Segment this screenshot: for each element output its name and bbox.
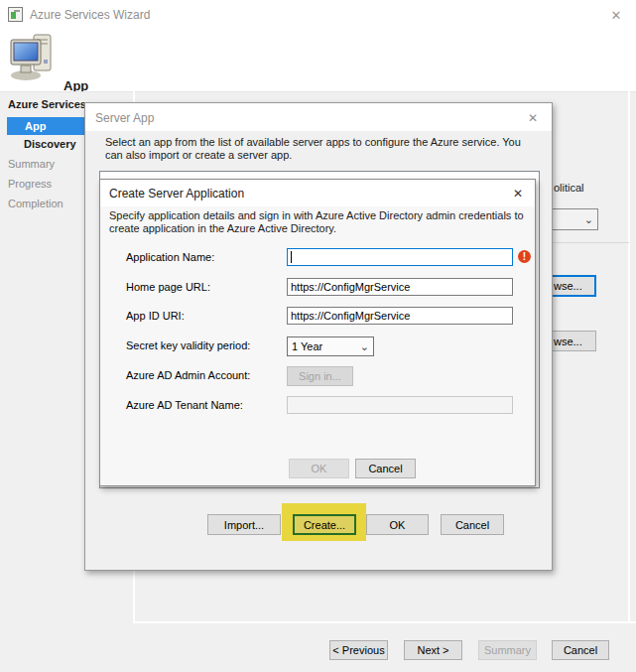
create-dialog-title: Create Server Application (109, 187, 244, 201)
background-browse-button-bottom[interactable]: wse... (553, 331, 596, 351)
close-icon: ✕ (528, 111, 538, 125)
secret-key-validity-dropdown[interactable]: 1 Year ⌄ (287, 336, 374, 356)
import-button[interactable]: Import... (207, 514, 281, 535)
app-id-uri-label: App ID URI: (126, 307, 185, 325)
footer-cancel-button[interactable]: Cancel (552, 640, 609, 660)
footer-separator (133, 621, 636, 623)
server-app-dialog-titlebar[interactable]: Server App ✕ (85, 103, 552, 131)
sign-in-button: Sign in... (287, 366, 353, 386)
dropdown-icon: ⌄ (360, 341, 369, 351)
secret-key-validity-label: Secret key validity period: (126, 336, 250, 354)
home-page-url-label: Home page URL: (126, 278, 210, 296)
create-button[interactable]: Create... (293, 514, 356, 535)
background-browse-button-top[interactable]: wse... (553, 275, 596, 297)
azure-services-wizard-window: Azure Services Wizard ✕ App Azure Servic… (0, 0, 636, 672)
sidebar-item-completion: Completion (8, 198, 64, 209)
error-icon: ! (518, 250, 531, 263)
window-close-button[interactable]: ✕ (607, 6, 625, 24)
window-titlebar[interactable]: Azure Services Wizard ✕ (0, 0, 636, 28)
server-app-close-button[interactable]: ✕ (525, 110, 541, 126)
application-name-input[interactable] (287, 248, 513, 266)
server-app-description: Select an app from the list of available… (105, 136, 536, 162)
previous-button[interactable]: < Previous (329, 640, 388, 660)
close-icon: ✕ (513, 187, 523, 201)
window-title: Azure Services Wizard (30, 8, 150, 22)
background-clipped-text: olitical (554, 182, 584, 195)
application-name-label: Application Name: (126, 248, 214, 266)
sidebar-item-label: App (25, 120, 46, 132)
background-separator (553, 242, 629, 243)
dropdown-value: 1 Year (292, 340, 322, 352)
tenant-name-label: Azure AD Tenant Name: (126, 396, 243, 414)
server-app-cancel-button[interactable]: Cancel (441, 514, 504, 535)
server-app-ok-button[interactable]: OK (366, 514, 429, 535)
create-dialog-cancel-button[interactable]: Cancel (355, 459, 416, 478)
admin-account-label: Azure AD Admin Account: (126, 366, 250, 384)
summary-button: Summary (478, 640, 537, 660)
sidebar-item-summary: Summary (8, 158, 55, 170)
wizard-app-icon (8, 7, 23, 22)
wizard-header: App (0, 28, 636, 91)
app-id-uri-input[interactable] (287, 307, 513, 325)
dropdown-icon: ⌄ (584, 214, 593, 224)
close-icon: ✕ (611, 8, 622, 23)
content-right-divider (628, 91, 630, 621)
error-glyph: ! (523, 251, 526, 262)
create-dialog-ok-button: OK (289, 459, 349, 478)
create-dialog-description: Specify application details and sign in … (109, 209, 530, 235)
create-server-application-dialog: Create Server Application ✕ Specify appl… (99, 179, 536, 486)
server-app-dialog-title: Server App (95, 111, 154, 125)
background-environment-dropdown[interactable]: ⌄ (553, 208, 598, 230)
create-dialog-titlebar[interactable]: Create Server Application ✕ (100, 180, 535, 206)
next-button[interactable]: Next > (404, 640, 462, 660)
home-page-url-input[interactable] (287, 278, 513, 296)
computer-icon (9, 32, 59, 83)
sidebar-item-azure-services: Azure Services (8, 98, 86, 110)
sidebar-item-discovery[interactable]: Discovery (24, 138, 76, 150)
sidebar-item-progress: Progress (8, 178, 52, 190)
tenant-name-input (287, 396, 513, 414)
create-dialog-close-button[interactable]: ✕ (510, 186, 526, 202)
text-caret (291, 251, 292, 263)
